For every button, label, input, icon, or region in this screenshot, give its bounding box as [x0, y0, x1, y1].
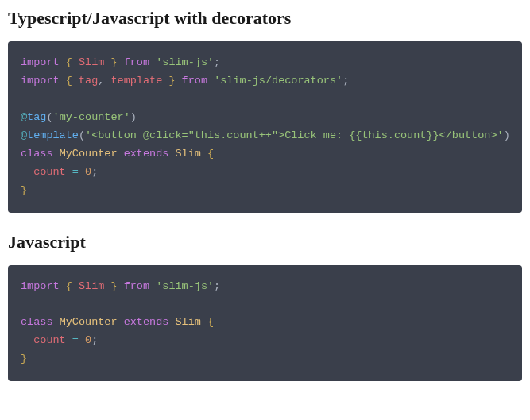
code-token — [118, 148, 124, 160]
code-token: } — [110, 280, 117, 292]
code-token: from — [124, 56, 149, 68]
code-token: count — [33, 166, 66, 178]
code-token: 'slim-js/decorators' — [214, 75, 342, 87]
code-token — [149, 56, 156, 68]
code-token: from — [124, 280, 149, 292]
code-token: Slim — [175, 148, 200, 160]
code-token: { — [207, 316, 214, 328]
code-token: extends — [124, 148, 169, 160]
code-token: import — [21, 75, 60, 87]
code-token — [72, 75, 79, 87]
code-token: { — [66, 75, 72, 87]
code-token — [53, 148, 60, 160]
code-token: tag — [27, 111, 46, 123]
code-token — [60, 280, 66, 292]
code-token — [79, 166, 85, 178]
code-token: } — [21, 184, 27, 196]
section-heading: Javascript — [8, 232, 522, 252]
code-token: import — [21, 56, 60, 68]
code-token — [118, 56, 124, 68]
code-token — [201, 316, 207, 328]
code-token — [201, 148, 207, 160]
code-token — [66, 334, 72, 346]
code-token: class — [21, 316, 53, 328]
code-token — [79, 334, 85, 346]
code-token: Slim — [175, 316, 200, 328]
code-token — [53, 316, 60, 328]
code-token: ; — [214, 280, 220, 292]
code-block: import { Slim } from 'slim-js'; class My… — [8, 265, 522, 382]
code-token — [207, 75, 214, 87]
code-token: template — [27, 129, 79, 141]
code-token: @ — [21, 111, 27, 123]
code-token: tag — [79, 75, 98, 87]
code-token: ( — [79, 129, 85, 141]
code-token: import — [21, 280, 60, 292]
code-token — [118, 280, 124, 292]
code-block: import { Slim } from 'slim-js'; import {… — [8, 41, 522, 213]
code-token: 0 — [85, 334, 91, 346]
code-token — [72, 280, 79, 292]
code-token: Slim — [79, 56, 104, 68]
code-token: ; — [91, 334, 98, 346]
code-token: } — [110, 56, 117, 68]
code-token: class — [21, 148, 53, 160]
code-token: ; — [214, 56, 220, 68]
code-token: 0 — [85, 166, 91, 178]
code-token: MyCounter — [60, 316, 118, 328]
code-token: { — [66, 280, 72, 292]
section-heading: Typescript/Javascript with decorators — [8, 8, 522, 29]
code-token — [21, 334, 33, 346]
code-token: count — [33, 334, 66, 346]
code-token: from — [182, 75, 207, 87]
code-token: ( — [46, 111, 52, 123]
code-token — [149, 280, 156, 292]
code-token: 'my-counter' — [53, 111, 130, 123]
code-token: MyCounter — [60, 148, 118, 160]
code-token — [176, 75, 182, 87]
code-token: @ — [21, 129, 27, 141]
code-token: = — [72, 334, 79, 346]
code-token: 'slim-js' — [156, 280, 214, 292]
code-token: 'slim-js' — [156, 56, 214, 68]
code-token — [118, 316, 124, 328]
code-token: = — [72, 166, 79, 178]
code-token: } — [168, 75, 175, 87]
code-token: ; — [91, 166, 98, 178]
code-token — [66, 166, 72, 178]
code-token: { — [66, 56, 72, 68]
code-token — [21, 166, 33, 178]
code-token — [60, 75, 66, 87]
code-token: extends — [124, 316, 169, 328]
code-token: Slim — [79, 280, 104, 292]
code-token — [72, 56, 79, 68]
code-token: } — [21, 353, 27, 364]
code-token: { — [207, 148, 214, 160]
code-token — [60, 56, 66, 68]
code-token: ) — [130, 111, 137, 123]
code-token: ; — [342, 75, 349, 87]
code-token: ) — [504, 129, 510, 141]
code-token: template — [110, 75, 162, 87]
code-token: '<button @click="this.count++">Click me:… — [85, 129, 504, 141]
